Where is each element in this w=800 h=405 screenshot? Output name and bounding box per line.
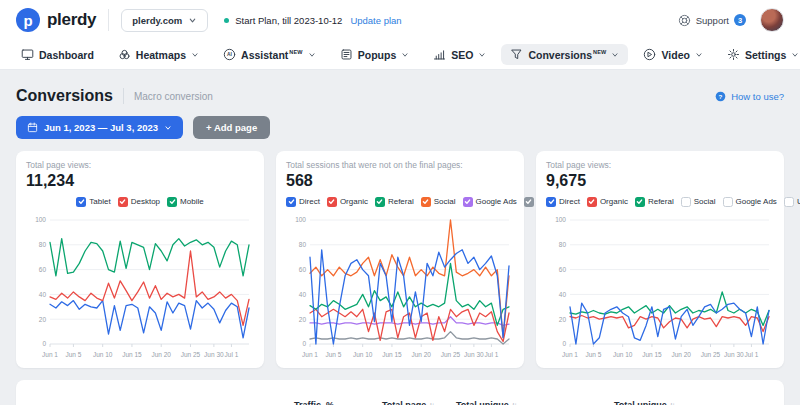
checkbox-icon	[118, 197, 128, 207]
legend-checkbox-organic[interactable]: Organic	[587, 197, 628, 207]
table-header-row: Page URLReportTraffic, %Total page↑↓Tota…	[40, 400, 784, 405]
checkbox-icon	[587, 197, 597, 207]
svg-text:?: ?	[719, 92, 723, 99]
column-header-total-unique[interactable]: Total unique↑↓	[456, 400, 538, 405]
legend-checkbox-mobile[interactable]: Mobile	[167, 197, 204, 207]
legend-label: Direct	[299, 197, 320, 206]
column-label: Total unique	[614, 400, 667, 405]
support-button[interactable]: Support 3	[678, 14, 746, 27]
how-to-use-link[interactable]: ? How to use?	[715, 91, 784, 102]
legend-label: Organic	[600, 197, 628, 206]
nav-item-dashboard[interactable]: Dashboard	[12, 44, 103, 65]
card-value: 11,234	[26, 172, 254, 190]
svg-text:0: 0	[302, 340, 306, 347]
nav-item-popups[interactable]: Popups	[331, 44, 419, 65]
line-chart[interactable]: 020406080100Jun 1Jun 5Jun 10Jun 15Jun 20…	[26, 212, 254, 362]
checkbox-icon	[421, 197, 431, 207]
card-label: Total page views:	[546, 160, 774, 170]
card-label: Total page views:	[26, 160, 254, 170]
avatar[interactable]	[760, 8, 784, 32]
update-plan-link[interactable]: Update plan	[350, 15, 401, 26]
legend-checkbox-direct[interactable]: Direct	[286, 197, 320, 207]
add-page-button[interactable]: + Add page	[193, 116, 270, 139]
legend-checkbox-referal[interactable]: Referal	[375, 197, 414, 207]
svg-text:100: 100	[295, 216, 306, 223]
column-header-total-page[interactable]: Total page↑↓	[382, 400, 456, 405]
nav-item-assistant[interactable]: AIAssistantNEW	[214, 44, 325, 65]
chevron-down-icon	[695, 51, 703, 59]
legend-checkbox-desktop[interactable]: Desktop	[118, 197, 160, 207]
column-label: Traffic, %	[294, 400, 334, 405]
svg-text:Jun 20: Jun 20	[411, 351, 431, 358]
sort-arrows-icon[interactable]: ↑↓	[429, 401, 434, 405]
sort-arrows-icon[interactable]: ↑↓	[512, 401, 517, 405]
how-to-use-label: How to use?	[731, 91, 784, 102]
svg-text:40: 40	[39, 291, 47, 298]
checkbox-icon	[327, 197, 337, 207]
sort-arrows-icon[interactable]: ↑↓	[670, 401, 675, 405]
nav-item-conversions[interactable]: ConversionsNEW	[501, 44, 628, 65]
ai-icon: AI	[223, 48, 236, 61]
svg-text:Jun 1: Jun 1	[562, 351, 578, 358]
legend-checkbox-utm[interactable]: UTM	[784, 197, 800, 207]
svg-text:80: 80	[559, 241, 567, 248]
date-range-picker[interactable]: Jun 1, 2023 — Jul 3, 2023	[16, 116, 183, 139]
card-total-page-views-1: Total page views: 11,234 TabletDesktopMo…	[16, 151, 264, 368]
line-chart[interactable]: 020406080100Jun 1Jun 5Jun 10Jun 15Jun 20…	[546, 212, 774, 362]
svg-text:AI: AI	[227, 52, 233, 57]
nav-item-label: Dashboard	[39, 49, 94, 61]
svg-text:Jun 5: Jun 5	[325, 351, 341, 358]
svg-text:Jun 15: Jun 15	[382, 351, 402, 358]
legend-label: Tablet	[89, 197, 110, 206]
svg-text:80: 80	[299, 241, 307, 248]
legend-checkbox-direct[interactable]: Direct	[546, 197, 580, 207]
nav-item-video[interactable]: Video	[634, 44, 711, 65]
svg-text:Jun 5: Jun 5	[65, 351, 81, 358]
support-count-badge: 3	[734, 14, 746, 26]
new-badge: NEW	[289, 49, 302, 55]
legend-checkbox-social[interactable]: Social	[681, 197, 716, 207]
legend-checkbox-organic[interactable]: Organic	[327, 197, 368, 207]
plan-status-dot	[224, 18, 229, 23]
legend-checkbox-google-ads[interactable]: Google Ads	[723, 197, 777, 207]
legend-checkbox-social[interactable]: Social	[421, 197, 456, 207]
svg-text:40: 40	[299, 291, 307, 298]
svg-text:Jun 30: Jun 30	[464, 351, 484, 358]
chart-legend: TabletDesktopMobile	[26, 195, 254, 208]
domain-dropdown-value: plerdy.com	[132, 15, 182, 26]
svg-text:Jun 20: Jun 20	[671, 351, 691, 358]
legend-checkbox-tablet[interactable]: Tablet	[76, 197, 110, 207]
legend-checkbox-referal[interactable]: Referal	[635, 197, 674, 207]
nav-item-seo[interactable]: SEO	[424, 44, 495, 65]
checkbox-icon	[784, 197, 794, 207]
nav-item-heatmaps[interactable]: Heatmaps	[109, 44, 208, 65]
legend-label: Google Ads	[476, 197, 517, 206]
svg-text:60: 60	[559, 266, 567, 273]
nav-item-label: SEO	[451, 49, 473, 61]
checkbox-icon	[375, 197, 385, 207]
nav-item-label: Video	[661, 49, 689, 61]
chevron-down-icon	[308, 51, 316, 59]
svg-text:20: 20	[559, 316, 567, 323]
funnel-icon	[510, 48, 523, 61]
checkbox-icon	[463, 197, 473, 207]
plerdy-logo-icon: p	[16, 8, 40, 32]
card-value: 568	[286, 172, 514, 190]
svg-text:Jun 1: Jun 1	[42, 351, 58, 358]
chart-legend: DirectOrganicReferalSocialGoogle AdsUTM	[546, 195, 774, 208]
legend-label: Organic	[340, 197, 368, 206]
monitor-icon	[21, 48, 34, 61]
column-header-total-unique[interactable]: Total unique↑↓	[614, 400, 698, 405]
lifebuoy-icon	[678, 14, 691, 27]
chart-legend: DirectOrganicReferalSocialGoogle AdsUTM	[286, 195, 514, 208]
svg-text:Jun 10: Jun 10	[353, 351, 373, 358]
domain-dropdown[interactable]: plerdy.com	[121, 9, 208, 32]
legend-checkbox-google-ads[interactable]: Google Ads	[463, 197, 517, 207]
nav-item-label: Popups	[358, 49, 397, 61]
nav-item-settings[interactable]: Settings	[718, 44, 800, 65]
checkbox-icon	[546, 197, 556, 207]
video-icon	[643, 48, 656, 61]
calendar-icon	[27, 122, 38, 133]
line-chart[interactable]: 020406080100Jun 1Jun 5Jun 10Jun 15Jun 20…	[286, 212, 514, 362]
new-badge: NEW	[593, 49, 606, 55]
